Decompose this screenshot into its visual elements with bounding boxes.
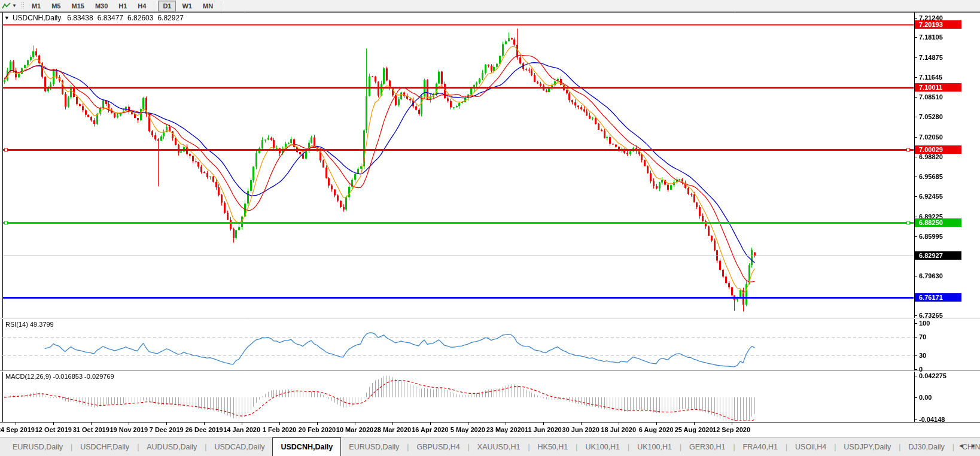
rsi-pane-label: RSI(14) 49.3799 [5,321,54,328]
chart-tab-fra40-12[interactable]: FRA40,H1 [735,437,786,456]
price-axis-label: 7.11645 [919,73,942,81]
toolbar-separator [221,1,222,11]
chart-tab-eurusd-0[interactable]: EURUSD,Daily [5,437,71,456]
collapse-caret-icon[interactable]: ▼ [4,15,10,21]
chart-tab-usdcad-3[interactable]: USDCAD,Daily [206,437,272,456]
price-line-badge: 7.10011 [915,83,961,92]
chart-tab-eurusd-5[interactable]: EURUSD,Daily [341,437,407,456]
rsi-axis-label: 30 [919,351,926,360]
timeframe-button-d1[interactable]: D1 [158,1,176,11]
price-axis-label: 6.79630 [919,272,943,280]
chart-tab-uk100-9[interactable]: UK100,H1 [577,437,628,456]
rsi-axis-label: 100 [919,319,930,327]
timeframe-toolbar: ▼ M1M5M15M30H1H4D1W1MN [0,0,980,12]
timeframe-button-m15[interactable]: M15 [66,1,89,11]
timeframe-button-m30[interactable]: M30 [90,1,112,11]
price-line-badge: 7.20193 [915,20,961,29]
price-line-badge: 6.88250 [915,218,961,227]
timeframe-button-mn[interactable]: MN [198,1,218,11]
price-line-badge: 7.00029 [915,145,961,154]
tab-scroll-left-icon[interactable]: ◄ [958,442,964,449]
price-axis-label: 7.02050 [919,133,943,141]
price-axis-label: 7.08510 [919,93,943,101]
macd-current-values: -0.016853 -0.029769 [53,373,114,380]
timeframe-button-h4[interactable]: H4 [133,1,151,11]
ohlc-high: 6.83477 [98,14,123,22]
macd-axis-max: 0.042275 [919,372,946,380]
price-line-badge: 6.82927 [915,251,961,260]
chart-tab-usoil-13[interactable]: USOil,H4 [787,437,834,456]
dropdown-caret-icon[interactable]: ▼ [12,3,17,8]
timeframe-button-h1[interactable]: H1 [114,1,132,11]
price-axis-label: 6.85995 [919,232,943,241]
price-axis-label: 6.92455 [919,192,943,200]
price-axis-label: 6.95685 [919,172,943,181]
rsi-current-value: 49.3799 [30,321,54,328]
chart-tab-dj30-15[interactable]: DJ30,Daily [900,437,952,456]
price-axis-label: 6.98820 [919,153,943,161]
date-axis-label: 12 Sep 2020 [708,426,756,433]
chart-tab-usdcnh-4[interactable]: USDCNH,Daily [272,437,341,456]
timeframe-button-m1[interactable]: M1 [27,1,45,11]
chart-tool-icon[interactable] [0,1,12,11]
chart-tab-ger30-11[interactable]: GER30,H1 [681,437,733,456]
chart-symbol-period: USDCNH,Daily [13,14,61,22]
chart-tab-gbpusd-6[interactable]: GBPUSD,H4 [409,437,467,456]
rsi-axis-label: 70 [919,333,926,341]
tab-scroll-right-icon[interactable]: ► [970,442,976,449]
timeframe-button-w1[interactable]: W1 [177,1,197,11]
chart-tab-uk100-10[interactable]: UK100,H1 [629,437,680,456]
chart-title: ▼ USDCNH,Daily 6.83438 6.83477 6.82603 6… [4,14,188,22]
macd-axis-min: -0.04148 [919,415,945,424]
price-axis-label: 7.18105 [919,33,943,41]
ohlc-low: 6.82603 [127,14,153,22]
timeframe-button-m5[interactable]: M5 [47,1,65,11]
ohlc-open: 6.83438 [67,14,93,22]
price-line-badge: 6.76171 [915,293,961,302]
price-axis-label: 7.14875 [919,53,943,62]
toolbar-separator [154,1,155,11]
chart-tab-bar: EURUSD,Daily|USDCHF,Daily|AUDUSD,Daily|U… [0,437,980,456]
chart-tab-usdjpy-14[interactable]: USDJPY,Daily [836,437,899,456]
price-chart-canvas[interactable] [0,0,980,456]
chart-tab-hk50-8[interactable]: HK50,H1 [530,437,576,456]
macd-axis-zero: 0.00 [919,393,932,402]
chart-tab-usdchf-1[interactable]: USDCHF,Daily [72,437,137,456]
ohlc-close: 6.82927 [157,14,183,22]
macd-pane-label: MACD(12,26,9) -0.016853 -0.029769 [5,373,114,380]
chart-tab-audusd-2[interactable]: AUDUSD,Daily [139,437,205,456]
toolbar-grip[interactable] [21,2,24,10]
price-axis-label: 7.05280 [919,113,943,121]
chart-tab-xauusd-7[interactable]: XAUUSD,H1 [470,437,528,456]
tab-scroll-arrows: ◄ ► [958,442,976,449]
